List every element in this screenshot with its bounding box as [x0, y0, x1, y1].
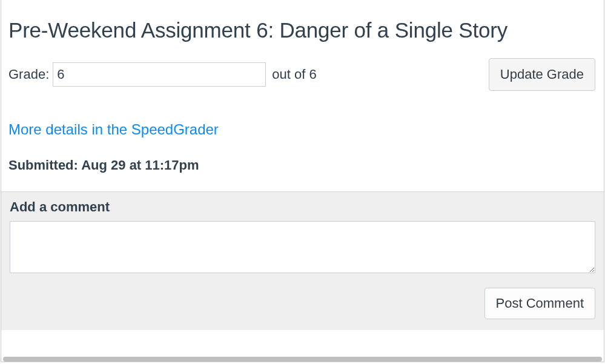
grade-panel: Pre-Weekend Assignment 6: Danger of a Si…: [1, 0, 604, 362]
comment-section: Add a comment Post Comment: [1, 191, 604, 330]
horizontal-scrollbar[interactable]: [3, 357, 602, 362]
comment-label: Add a comment: [10, 199, 595, 215]
grade-row: Grade: out of 6 Update Grade: [8, 58, 597, 91]
update-grade-button[interactable]: Update Grade: [489, 58, 595, 91]
grade-label: Grade:: [8, 67, 49, 82]
comment-textarea[interactable]: [10, 221, 595, 273]
post-comment-row: Post Comment: [10, 288, 595, 319]
main-section: Pre-Weekend Assignment 6: Danger of a Si…: [1, 0, 604, 173]
grade-out-of: out of 6: [272, 67, 316, 82]
assignment-title: Pre-Weekend Assignment 6: Danger of a Si…: [8, 18, 597, 42]
speedgrader-link[interactable]: More details in the SpeedGrader: [8, 121, 219, 138]
submitted-timestamp: Submitted: Aug 29 at 11:17pm: [8, 157, 597, 173]
grade-input[interactable]: [53, 62, 266, 87]
scrollbar-thumb[interactable]: [3, 357, 602, 362]
post-comment-button[interactable]: Post Comment: [484, 288, 596, 319]
